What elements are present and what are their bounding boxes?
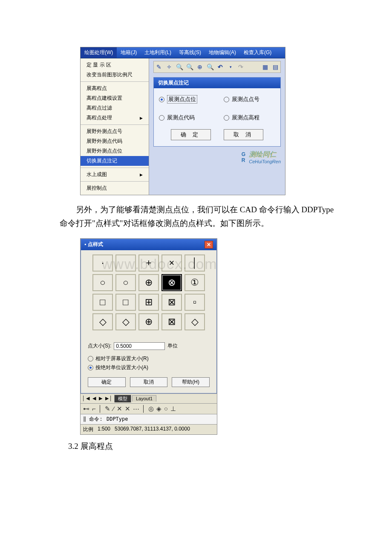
style-cell[interactable]: │ bbox=[184, 254, 205, 272]
menu-item-show-point-pos[interactable]: 展野外测点点位 bbox=[81, 146, 149, 156]
size-input[interactable] bbox=[114, 342, 165, 350]
tool-icon[interactable]: ○ bbox=[164, 405, 168, 412]
style-cell[interactable]: × bbox=[161, 254, 182, 272]
radio-icon bbox=[88, 365, 93, 370]
style-cell[interactable]: ⊕ bbox=[138, 313, 159, 330]
brand-text: 测绘同仁 bbox=[249, 150, 281, 159]
radio-icon bbox=[159, 115, 164, 121]
style-cell[interactable]: ○ bbox=[115, 274, 136, 291]
palette-icon[interactable]: ▦ bbox=[261, 63, 269, 71]
menu-cadastre[interactable]: 地籍(J) bbox=[117, 47, 141, 58]
tool-icon[interactable]: ⊥ bbox=[170, 405, 176, 413]
cmd-input[interactable] bbox=[106, 416, 193, 422]
style-cell[interactable]: ⊠ bbox=[161, 313, 182, 330]
point-style-grid: · + × │ ○ ○ ⊕ ⊗ ① □ □ ⊞ ⊠ ▫ ◇ ◇ ⊕ ⊠ ◇ bbox=[81, 250, 216, 335]
radio-point-elevation[interactable]: 展测点高程 bbox=[224, 114, 276, 121]
style-cell[interactable]: · bbox=[92, 254, 113, 272]
menu-check-store[interactable]: 检查入库(G) bbox=[240, 47, 275, 58]
tool-icon[interactable]: ◎ bbox=[148, 405, 154, 413]
redo-icon[interactable]: ↷ bbox=[236, 63, 245, 71]
tool-icon[interactable]: ✕ bbox=[117, 405, 122, 413]
menu-edit-feature[interactable]: 地物编辑(A) bbox=[205, 47, 240, 58]
menu-item-elev-process[interactable]: 高程点处理▶ bbox=[81, 113, 149, 123]
point-style-screenshot: www.bdocx.com ▪ 点样式 ✕ · + × │ ○ ○ ⊕ ⊗ ① … bbox=[80, 238, 217, 435]
radio-icon bbox=[224, 115, 229, 121]
menu-landuse[interactable]: 土地利用(L) bbox=[141, 47, 175, 58]
tool-icon[interactable]: ⊷ bbox=[83, 405, 89, 413]
menu-item-display-elev[interactable]: 展高程点 bbox=[81, 84, 149, 93]
wand-icon[interactable]: ✧ bbox=[165, 63, 173, 71]
tab-nav-icons[interactable]: │◀ ◀ ▶ ▶│ bbox=[82, 396, 113, 401]
tab-model[interactable]: 模型 bbox=[114, 395, 131, 402]
radio-point-number[interactable]: 展测点点号 bbox=[224, 95, 276, 104]
menu-item-control-point[interactable]: 展控制点 bbox=[81, 183, 149, 193]
zoom-minus-icon[interactable]: 🔍 bbox=[206, 63, 214, 71]
zoom-box-icon[interactable]: ⊕ bbox=[196, 63, 204, 71]
radio-relative-screen[interactable]: 相对于屏幕设置大小(R) bbox=[88, 354, 210, 363]
menu-contour[interactable]: 等高线(S) bbox=[175, 47, 205, 58]
brand-logo-icon: GR bbox=[242, 151, 245, 163]
cancel-button[interactable]: 取消 bbox=[130, 377, 168, 387]
cancel-button[interactable]: 取 消 bbox=[224, 129, 264, 140]
tool-icon[interactable]: ∕ bbox=[113, 405, 114, 412]
zoom-plus-icon[interactable]: 🔍 bbox=[175, 63, 184, 71]
style-cell[interactable]: ① bbox=[184, 274, 205, 291]
switch-anno-dialog: 切换展点注记 展测点点位 展测点点号 bbox=[153, 77, 281, 147]
style-cell-selected[interactable]: ⊗ bbox=[161, 274, 182, 291]
menu-item-show-point-code[interactable]: 展野外测点代码 bbox=[81, 136, 149, 146]
cmd-label: 命令: bbox=[89, 416, 102, 422]
radio-point-position[interactable]: 展测点点位 bbox=[159, 95, 211, 104]
grid-icon[interactable]: ▤ bbox=[271, 63, 280, 71]
status-scale: 1:500 bbox=[98, 426, 110, 433]
point-style-dialog: ▪ 点样式 ✕ · + × │ ○ ○ ⊕ ⊗ ① □ □ ⊞ ⊠ ▫ ◇ ◇ bbox=[81, 239, 217, 393]
style-cell[interactable]: □ bbox=[115, 294, 136, 311]
paragraph-1: 另外，为了能够看清楚测点点位，我们可以在 CAD 命令行输入 DDPType 命… bbox=[60, 203, 341, 231]
dialog-title: 点样式 bbox=[88, 241, 103, 247]
menu-item-elev-filter[interactable]: 高程点过滤 bbox=[81, 103, 149, 113]
help-button[interactable]: 帮助(H) bbox=[172, 377, 210, 387]
tab-layout1[interactable]: Layout1 bbox=[132, 395, 156, 402]
brand-footer: GR 测绘同仁 CeHuiTongRen bbox=[153, 150, 281, 164]
style-cell[interactable]: ◇ bbox=[92, 313, 113, 330]
tool-icon[interactable]: ✎ bbox=[105, 405, 110, 413]
close-icon[interactable]: ✕ bbox=[205, 241, 213, 249]
tool-icon[interactable]: ⋯ bbox=[133, 405, 139, 413]
radio-icon bbox=[224, 97, 229, 102]
command-line: ‖ 命令: bbox=[81, 414, 217, 424]
pencil-icon[interactable]: ✎ bbox=[155, 63, 163, 71]
menubar: 绘图处理(W) 地籍(J) 土地利用(L) 等高线(S) 地物编辑(A) 检查入… bbox=[81, 47, 285, 58]
tool-icon[interactable]: │ bbox=[98, 405, 102, 412]
style-cell[interactable]: □ bbox=[92, 294, 113, 311]
style-cell[interactable]: ⊠ bbox=[161, 294, 182, 311]
style-cell[interactable]: ◇ bbox=[115, 313, 136, 330]
radio-point-code[interactable]: 展测点代码 bbox=[159, 114, 211, 121]
brand-subtext: CeHuiTongRen bbox=[249, 159, 281, 164]
zoom-icon[interactable]: 🔍 bbox=[185, 63, 194, 71]
menu-item-elev-model[interactable]: 高程点建模设置 bbox=[81, 93, 149, 103]
size-label: 点大小(S): bbox=[88, 342, 111, 350]
tool-icon[interactable]: │ bbox=[142, 405, 146, 412]
tool-icon[interactable]: ◈ bbox=[156, 405, 161, 413]
ok-button[interactable]: 确定 bbox=[88, 377, 126, 387]
style-cell[interactable]: ○ bbox=[92, 274, 113, 291]
menu-item-define-display[interactable]: 定 显 示 区 bbox=[81, 60, 149, 70]
menu-item-change-scale[interactable]: 改变当前图形比例尺 bbox=[81, 70, 149, 80]
undo-icon[interactable]: ↶ bbox=[216, 63, 225, 71]
bottom-toolbar: ⊷ ⌐ │ ✎ ∕ ✕ ✕ ⋯ │ ◎ ◈ ○ ⊥ bbox=[81, 403, 217, 414]
menu-item-show-point-no[interactable]: 展野外测点点号 bbox=[81, 127, 149, 136]
tool-icon[interactable]: ✕ bbox=[125, 405, 130, 413]
style-cell[interactable]: ⊞ bbox=[138, 294, 159, 311]
tool-icon[interactable]: ⌐ bbox=[92, 405, 96, 412]
dropdown-icon[interactable]: ▾ bbox=[226, 63, 235, 71]
menu-drawing[interactable]: 绘图处理(W) bbox=[81, 47, 117, 58]
status-scale-label: 比例 bbox=[83, 426, 93, 433]
ok-button[interactable]: 确 定 bbox=[171, 129, 211, 140]
style-cell[interactable]: ▫ bbox=[184, 294, 205, 311]
radio-absolute-unit[interactable]: 按绝对单位设置大小(A) bbox=[88, 363, 210, 372]
style-cell[interactable]: + bbox=[138, 254, 159, 272]
menu-item-water-map[interactable]: 水上成图▶ bbox=[81, 170, 149, 179]
style-cell[interactable]: ◇ bbox=[184, 313, 205, 330]
style-cell[interactable]: ⊕ bbox=[138, 274, 159, 291]
style-cell[interactable] bbox=[115, 254, 136, 272]
menu-item-switch-anno[interactable]: 切换展点注记 bbox=[81, 156, 149, 166]
